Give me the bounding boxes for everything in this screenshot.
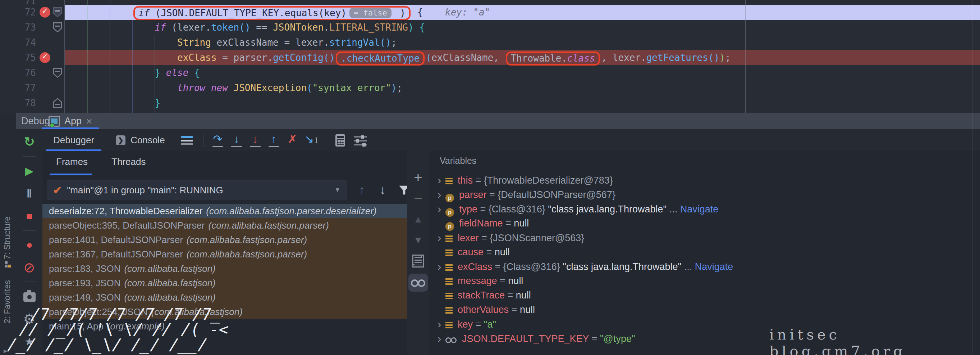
field-icon	[445, 293, 453, 299]
expand-chevron-icon[interactable]: ›	[433, 173, 445, 187]
fold-marker-icon[interactable]	[53, 22, 62, 32]
expand-chevron-icon[interactable]: ›	[433, 201, 445, 216]
expand-chevron-icon[interactable]: ›	[433, 230, 445, 245]
step-into-icon[interactable]: ↓	[229, 132, 244, 149]
variable-row-lexer[interactable]: ›lexer = {JSONScanner@563}	[429, 230, 980, 245]
step-over-icon[interactable]: ↷	[210, 132, 225, 149]
settings-gear-icon[interactable]: ⚙	[21, 310, 38, 328]
sidebar-item-favorites[interactable]: 2: Favorites	[3, 280, 12, 323]
fold-marker-icon[interactable]	[53, 68, 62, 78]
structure-icon	[5, 261, 11, 267]
resume-icon[interactable]: ▶	[21, 162, 38, 180]
variable-name: cause	[458, 246, 487, 257]
code-text: if (JSON.DEFAULT_TYPE_KEY.equals(key)= f…	[132, 5, 490, 20]
variable-row-this[interactable]: ›this = {ThrowableDeserializer@783}	[429, 173, 980, 187]
variable-value: "@type"	[600, 333, 635, 344]
show-watches-button[interactable]	[408, 273, 428, 292]
code-line-72: 72if (JSON.DEFAULT_TYPE_KEY.equals(key)=…	[0, 5, 980, 20]
frame-row[interactable]: parse:193, JSON(com.alibaba.fastjson)	[43, 276, 407, 290]
breakpoint-icon[interactable]	[40, 7, 50, 18]
remove-watch-icon[interactable]: −	[414, 188, 422, 209]
tab-console[interactable]: ❯ Console	[105, 129, 175, 151]
add-watch-icon[interactable]: +	[414, 167, 422, 188]
line-number: 74	[0, 35, 36, 50]
fold-marker-icon[interactable]	[53, 7, 62, 17]
breakpoint-icon[interactable]	[40, 52, 50, 63]
variable-row-message[interactable]: message = null	[429, 273, 980, 288]
force-step-into-icon[interactable]: ↓	[248, 132, 263, 149]
stop-icon[interactable]: ■	[21, 207, 38, 225]
code-text: if (lexer.token() == JSONToken.LITERAL_S…	[154, 20, 425, 35]
layout-settings-icon[interactable]	[354, 135, 367, 146]
variables-side-toolbar: +−▲▼	[407, 151, 429, 355]
thread-dump-camera-icon[interactable]	[21, 287, 38, 305]
copy-stack-icon[interactable]	[412, 251, 424, 272]
move-down-icon[interactable]: ▼	[414, 230, 423, 251]
frame-location: parseObject:254, JSON	[49, 306, 148, 317]
previous-frame-icon[interactable]: ↑	[359, 183, 365, 197]
variable-row-type[interactable]: ›ptype = {Class@316} "class java.lang.Th…	[429, 201, 980, 216]
layout-lines-icon[interactable]	[181, 136, 193, 145]
frame-location: parse:193, JSON	[49, 278, 121, 288]
frame-row[interactable]: parseObject:395, DefaultJSONParser(com.a…	[43, 218, 407, 233]
variable-value: null	[508, 275, 523, 286]
frame-row[interactable]: parse:183, JSON(com.alibaba.fastjson)	[43, 261, 407, 276]
fold-marker-icon[interactable]	[53, 98, 62, 108]
close-icon[interactable]: ×	[86, 117, 92, 126]
step-out-icon[interactable]: ↑	[266, 132, 282, 149]
tab-threads[interactable]: Threads	[111, 156, 146, 168]
tab-frames[interactable]: Frames	[56, 156, 88, 168]
code-line-74: 74String exClassName = lexer.stringVal()…	[0, 35, 980, 50]
drop-frame-icon[interactable]: ✗	[285, 132, 300, 149]
evaluate-expression-icon[interactable]	[336, 134, 345, 147]
tab-debugger[interactable]: Debugger	[43, 129, 105, 151]
toolbar-separator	[23, 281, 36, 282]
navigate-link[interactable]: Navigate	[680, 204, 719, 214]
pin-icon[interactable]: ★	[21, 332, 38, 351]
text-cursor-glyph: I	[315, 136, 318, 145]
variable-row-cause[interactable]: cause = null	[429, 245, 980, 259]
variable-row-JSON.DEFAULT_TYPE_KEY[interactable]: ›JSON.DEFAULT_TYPE_KEY = "@type"	[429, 331, 980, 345]
variable-row-key[interactable]: ›key = "a"	[429, 317, 980, 331]
mute-breakpoints-icon[interactable]: ⊘	[21, 258, 38, 277]
view-breakpoints-icon[interactable]: ●	[21, 236, 38, 254]
variable-row-exClass[interactable]: ›exClass = {Class@316} "class java.lang.…	[429, 259, 980, 273]
variable-value: {Class@316}	[503, 261, 563, 272]
hide-frames-filter-icon[interactable]	[399, 185, 407, 195]
expand-chevron-icon[interactable]: ›	[433, 317, 445, 331]
thread-selector-value: "main"@1 in group "main": RUNNING	[67, 185, 223, 196]
code-text: } else {	[154, 65, 199, 80]
variable-row-fieldName[interactable]: pfieldName = null	[429, 216, 980, 230]
run-to-cursor-icon[interactable]: ↘I	[304, 132, 319, 149]
line-number: 77	[0, 80, 36, 95]
frame-row[interactable]: parse:1367, DefaultJSONParser(com.alibab…	[43, 247, 407, 261]
sidebar-item-structure[interactable]: 7: Structure	[3, 216, 12, 259]
rerun-icon[interactable]: ↻	[21, 133, 38, 151]
pause-icon[interactable]: Ⅱ	[21, 184, 38, 203]
navigate-link[interactable]: Navigate	[695, 261, 733, 272]
field-icon	[445, 249, 453, 256]
variable-row-stackTrace[interactable]: stackTrace = null	[429, 288, 980, 302]
expand-chevron-icon[interactable]: ›	[433, 259, 445, 273]
expand-chevron-icon[interactable]: ›	[433, 187, 445, 201]
variable-row-parser[interactable]: ›pparser = {DefaultJSONParser@567}	[429, 187, 980, 201]
frame-row[interactable]: parseObject:254, JSON(com.alibaba.fastjs…	[43, 305, 407, 319]
frame-location: parse:1367, DefaultJSONParser	[49, 249, 183, 260]
frame-location: deserialze:72, ThrowableDeserializer	[49, 206, 202, 216]
frame-row[interactable]: parse:1401, DefaultJSONParser(com.alibab…	[43, 233, 407, 247]
next-frame-icon[interactable]: ↓	[380, 183, 386, 197]
frame-row[interactable]: deserialze:72, ThrowableDeserializer(com…	[43, 204, 407, 218]
frame-row[interactable]: parse:149, JSON(com.alibaba.fastjson)	[43, 290, 407, 305]
expand-chevron-icon[interactable]: ›	[433, 331, 445, 345]
variable-value: =	[481, 233, 490, 243]
variable-value: ...	[667, 204, 680, 214]
app-run-configuration-icon	[49, 116, 60, 127]
thread-selector-dropdown[interactable]: ✔ "main"@1 in group "main": RUNNING ▼	[47, 180, 347, 200]
chevron-right-icon[interactable]: ▸	[3, 346, 7, 355]
move-up-icon[interactable]: ▲	[414, 209, 423, 230]
variable-value: {ThrowableDeserializer@783}	[484, 175, 613, 186]
debug-session-tab-app[interactable]: App ×	[42, 113, 99, 129]
variable-row-otherValues[interactable]: otherValues = null	[429, 302, 980, 317]
code-text: }	[154, 95, 160, 110]
frame-row[interactable]: main:15, App(org.example)	[43, 319, 407, 333]
